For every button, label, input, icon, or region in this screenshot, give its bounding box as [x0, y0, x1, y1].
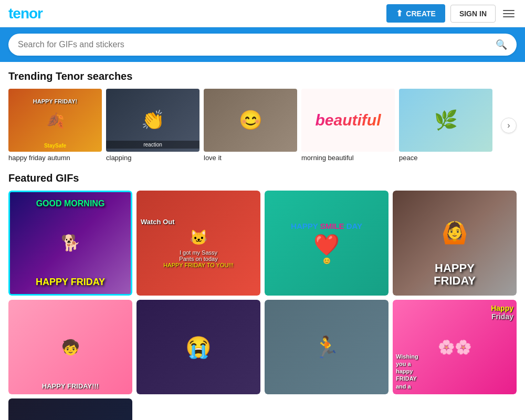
- trending-label: love it: [204, 154, 297, 162]
- menu-line-1: [503, 10, 514, 11]
- logo: tenor: [8, 5, 43, 22]
- main-content: Trending Tenor searches HAPPY FRIDAY! St…: [0, 62, 525, 420]
- gif-card[interactable]: HAPPY SMILE DAY ❤️ 😊: [265, 191, 388, 296]
- menu-button[interactable]: [501, 8, 517, 19]
- search-icon: 🔍: [496, 39, 507, 50]
- gif-card[interactable]: 🌸🌸 HappyFriday Wishingyou ahappyFRIDAYan…: [393, 300, 517, 394]
- search-section: 🔍: [0, 27, 525, 62]
- featured-section: Featured GIFs GOOD MORNING 🐕 HAPPY FRIDA…: [8, 172, 517, 420]
- gif-card[interactable]: GOOD MORNING 🐕 HAPPY FRIDAY: [8, 191, 132, 296]
- create-button[interactable]: ⬆ CREATE: [386, 4, 445, 23]
- trending-item[interactable]: beautiful morning beautiful: [301, 89, 395, 162]
- trending-next-button[interactable]: ›: [501, 118, 517, 133]
- trending-row: HAPPY FRIDAY! StaySafe 🍂 happy friday au…: [8, 89, 517, 162]
- trending-item[interactable]: 👏 reaction clapping: [106, 89, 200, 162]
- trending-label: peace: [399, 154, 492, 162]
- featured-row-3: 🎄✨: [8, 398, 517, 420]
- trending-label: clapping: [106, 154, 200, 162]
- featured-row-1: GOOD MORNING 🐕 HAPPY FRIDAY Watch Out 🐱 …: [8, 191, 517, 296]
- upload-icon: ⬆: [396, 8, 403, 18]
- trending-label: happy friday autumn: [8, 154, 102, 162]
- search-button[interactable]: 🔍: [496, 39, 507, 50]
- trending-title: Trending Tenor searches: [8, 70, 517, 82]
- trending-label: morning beautiful: [301, 154, 395, 162]
- trending-items: HAPPY FRIDAY! StaySafe 🍂 happy friday au…: [8, 89, 497, 162]
- gif-card[interactable]: HAPPYFRIDAY 🙆: [393, 191, 517, 296]
- gif-card[interactable]: 😭: [136, 300, 260, 394]
- gif-card[interactable]: Watch Out 🐱 I got my SassyPants on today…: [136, 191, 260, 296]
- gif-card[interactable]: 🧒 HAPPY FRIDAY!!!: [8, 300, 132, 394]
- featured-row-2: 🧒 HAPPY FRIDAY!!! 😭 🏃 🌸🌸: [8, 300, 517, 394]
- trending-item[interactable]: HAPPY FRIDAY! StaySafe 🍂 happy friday au…: [8, 89, 102, 162]
- sign-in-button[interactable]: SIGN IN: [450, 5, 496, 23]
- search-input[interactable]: [18, 40, 496, 49]
- trending-item[interactable]: 😊 love it: [204, 89, 297, 162]
- trending-item[interactable]: 🌿 peace: [399, 89, 492, 162]
- gif-card[interactable]: 🏃: [265, 300, 388, 394]
- header: tenor ⬆ CREATE SIGN IN: [0, 0, 525, 27]
- menu-line-3: [503, 16, 514, 17]
- menu-line-2: [503, 13, 514, 14]
- gif-card[interactable]: 🎄✨: [8, 398, 132, 420]
- search-bar: 🔍: [8, 34, 517, 56]
- header-actions: ⬆ CREATE SIGN IN: [386, 4, 517, 23]
- featured-title: Featured GIFs: [8, 172, 517, 184]
